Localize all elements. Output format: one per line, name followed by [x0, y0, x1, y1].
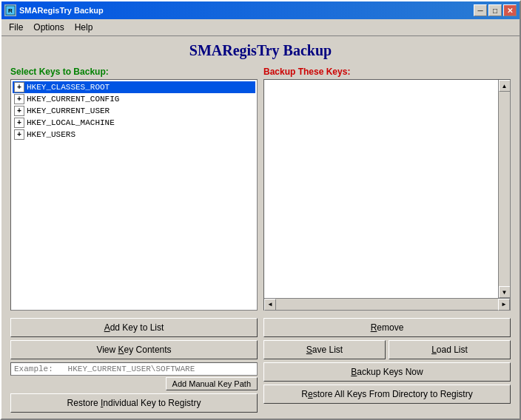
remove-button[interactable]: Remove [263, 318, 511, 337]
title-bar: R SMARegisTry Backup ─ □ ✕ [1, 1, 520, 19]
tree-item-hkey-classes-root[interactable]: + HKEY_CLASSES_ROOT [13, 81, 255, 93]
scroll-left-button[interactable]: ◄ [264, 299, 276, 311]
buttons-area: Add Key to List View Key Contents Add Ma… [10, 318, 511, 413]
vertical-scrollbar[interactable]: ▲ ▼ [498, 80, 510, 298]
expand-icon-current-config[interactable]: + [14, 94, 24, 104]
main-window: R SMARegisTry Backup ─ □ ✕ File Options … [0, 0, 521, 420]
tree-item-hkey-local-machine[interactable]: + HKEY_LOCAL_MACHINE [13, 117, 255, 129]
left-panel: Select Keys to Backup: + HKEY_CLASSES_RO… [10, 67, 258, 311]
add-manual-key-button[interactable]: Add Manual Key Path [166, 377, 258, 390]
tree-item-hkey-current-user[interactable]: + HKEY_CURRENT_USER [13, 105, 255, 117]
save-load-row: Save List Load List [263, 340, 511, 359]
expand-icon-local-machine[interactable]: + [14, 118, 24, 128]
right-buttons: Remove Save List Load List Backup Keys N… [263, 318, 511, 413]
load-list-button[interactable]: Load List [389, 340, 511, 359]
manual-key-row: Add Manual Key Path [10, 362, 258, 390]
menu-bar: File Options Help [1, 19, 520, 36]
expand-icon-users[interactable]: + [14, 129, 24, 140]
menu-options[interactable]: Options [29, 21, 68, 34]
scroll-track-h [276, 299, 498, 310]
horizontal-scrollbar[interactable]: ◄ ► [264, 298, 510, 310]
svg-text:R: R [8, 7, 13, 14]
save-list-button[interactable]: Save List [263, 340, 386, 359]
right-panel: Backup These Keys: ▲ ▼ ◄ ► [263, 67, 511, 311]
left-panel-label: Select Keys to Backup: [10, 67, 258, 77]
registry-tree[interactable]: + HKEY_CLASSES_ROOT + HKEY_CURRENT_CONFI… [10, 79, 258, 311]
scroll-up-button[interactable]: ▲ [499, 80, 511, 92]
scroll-right-button[interactable]: ► [498, 299, 510, 311]
close-button[interactable]: ✕ [503, 4, 517, 16]
restore-individual-button[interactable]: Restore Individual Key to Registry [10, 393, 258, 413]
menu-help[interactable]: Help [70, 21, 98, 34]
left-buttons: Add Key to List View Key Contents Add Ma… [10, 318, 258, 413]
app-icon: R [4, 4, 16, 16]
view-key-button[interactable]: View Key Contents [10, 340, 258, 359]
right-panel-inner: ▲ ▼ [264, 80, 510, 298]
app-title: SMARegisTry Backup [10, 42, 511, 59]
expand-icon-current-user[interactable]: + [14, 106, 24, 116]
main-content: SMARegisTry Backup Select Keys to Backup… [1, 36, 520, 419]
title-bar-left: R SMARegisTry Backup [4, 4, 104, 16]
menu-file[interactable]: File [4, 21, 27, 34]
title-bar-buttons: ─ □ ✕ [474, 4, 517, 16]
tree-item-hkey-current-config[interactable]: + HKEY_CURRENT_CONFIG [13, 93, 255, 105]
manual-key-input[interactable] [10, 362, 258, 376]
maximize-button[interactable]: □ [488, 4, 502, 16]
panels-row: Select Keys to Backup: + HKEY_CLASSES_RO… [10, 67, 511, 311]
backup-keys-list[interactable]: ▲ ▼ ◄ ► [263, 79, 511, 311]
window-title: SMARegisTry Backup [19, 6, 104, 15]
restore-all-button[interactable]: Restore All Keys From Directory to Regis… [263, 385, 511, 404]
right-panel-label: Backup These Keys: [263, 67, 511, 77]
backup-now-button[interactable]: Backup Keys Now [263, 362, 511, 382]
add-key-button[interactable]: Add Key to List [10, 318, 258, 337]
list-area[interactable] [264, 80, 498, 298]
scroll-down-button[interactable]: ▼ [499, 286, 511, 298]
expand-icon-classes-root[interactable]: + [14, 82, 24, 92]
minimize-button[interactable]: ─ [474, 4, 487, 16]
tree-item-hkey-users[interactable]: + HKEY_USERS [13, 129, 255, 140]
